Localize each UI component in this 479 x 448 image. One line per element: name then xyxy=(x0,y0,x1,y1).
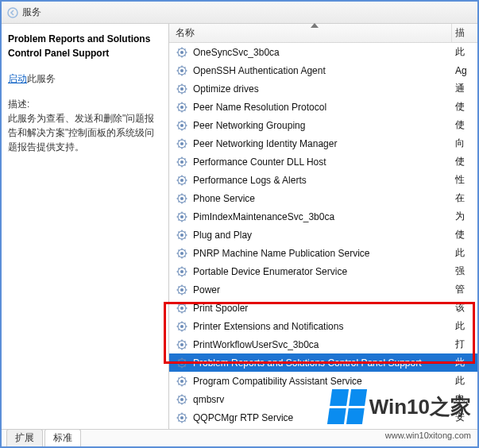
service-row[interactable]: Print Spooler该 xyxy=(169,299,477,317)
gear-icon xyxy=(176,338,188,351)
watermark-url: www.win10xitong.com xyxy=(385,431,471,440)
service-desc-snippet: 此 xyxy=(452,319,477,333)
gear-icon xyxy=(176,284,188,296)
column-header-name[interactable]: 名称 xyxy=(169,24,452,42)
service-desc-snippet: 此 xyxy=(452,374,477,388)
service-desc-snippet: 管 xyxy=(452,283,477,296)
service-row[interactable]: Portable Device Enumerator Service强 xyxy=(169,262,477,280)
service-row[interactable]: Peer Networking Identity Manager向 xyxy=(169,134,477,153)
start-service: 启动此服务 xyxy=(8,71,162,86)
watermark-text: Win10之家 xyxy=(369,393,471,421)
service-desc-snippet: 使 xyxy=(452,228,477,241)
service-name: OpenSSH Authentication Agent xyxy=(193,65,452,76)
service-name: Peer Networking Identity Manager xyxy=(193,138,452,149)
service-name: PNRP Machine Name Publication Service xyxy=(193,248,452,259)
service-list-pane: 名称 描 OneSyncSvc_3b0ca此OpenSSH Authentica… xyxy=(168,24,477,429)
service-row[interactable]: Performance Counter DLL Host使 xyxy=(169,153,477,171)
service-name: Printer Extensions and Notifications xyxy=(193,321,452,332)
service-name: Performance Logs & Alerts xyxy=(193,175,452,186)
service-name: PrintWorkflowUserSvc_3b0ca xyxy=(193,339,452,350)
service-row[interactable]: PNRP Machine Name Publication Service此 xyxy=(169,244,477,262)
sort-indicator-icon xyxy=(311,23,319,28)
svg-point-112 xyxy=(180,252,183,255)
start-suffix: 此服务 xyxy=(27,73,56,84)
service-name: Peer Networking Grouping xyxy=(193,120,452,131)
svg-point-122 xyxy=(180,270,183,273)
svg-point-52 xyxy=(180,142,183,145)
gear-icon xyxy=(176,247,188,260)
service-row[interactable]: PimIndexMaintenanceSvc_3b0ca为 xyxy=(169,207,477,226)
service-name: OneSyncSvc_3b0ca xyxy=(193,47,452,58)
content-area: Problem Reports and Solutions Control Pa… xyxy=(2,24,477,429)
service-desc-snippet: Ag xyxy=(452,65,477,76)
service-row[interactable]: OneSyncSvc_3b0ca此 xyxy=(169,43,477,61)
gear-icon xyxy=(176,265,188,278)
service-name: Plug and Play xyxy=(193,230,452,241)
gear-icon xyxy=(176,137,188,150)
svg-point-162 xyxy=(180,343,183,346)
service-row[interactable]: Peer Networking Grouping使 xyxy=(169,116,477,134)
svg-point-102 xyxy=(180,234,183,237)
service-row[interactable]: Plug and Play使 xyxy=(169,226,477,244)
selected-service-title: Problem Reports and Solutions Control Pa… xyxy=(8,32,162,60)
column-name-label: 名称 xyxy=(176,26,195,40)
gear-icon xyxy=(176,375,188,388)
svg-point-62 xyxy=(180,160,183,164)
tab-extended[interactable]: 扩展 xyxy=(6,429,43,446)
service-row[interactable]: Program Compatibility Assistant Service此 xyxy=(169,372,477,390)
service-row[interactable]: Quality Windows Audio xyxy=(169,427,477,429)
gear-icon xyxy=(176,302,188,315)
svg-point-0 xyxy=(8,8,17,17)
gear-icon xyxy=(176,156,188,168)
gear-icon xyxy=(176,411,188,424)
service-row[interactable]: Peer Name Resolution Protocol使 xyxy=(169,98,477,116)
svg-point-2 xyxy=(180,51,183,54)
description-text: 此服务为查看、发送和删除"问题报告和解决方案"控制面板的系统级问题报告提供支持。 xyxy=(8,111,162,154)
service-row[interactable]: Phone Service在 xyxy=(169,189,477,207)
service-name: Problem Reports and Solutions Control Pa… xyxy=(193,357,452,369)
service-name: PimIndexMaintenanceSvc_3b0ca xyxy=(193,211,452,222)
svg-point-42 xyxy=(180,124,183,127)
tab-standard[interactable]: 标准 xyxy=(44,429,81,446)
service-row[interactable]: Optimize drives通 xyxy=(169,79,477,98)
list-header: 名称 描 xyxy=(169,24,477,43)
service-desc-snippet: 为 xyxy=(452,210,477,223)
gear-icon xyxy=(176,64,188,77)
service-name: Phone Service xyxy=(193,193,452,204)
service-desc-snippet: 性 xyxy=(452,173,477,187)
service-row[interactable]: Performance Logs & Alerts性 xyxy=(169,171,477,189)
column-header-desc[interactable]: 描 xyxy=(452,26,477,40)
service-row[interactable]: Printer Extensions and Notifications此 xyxy=(169,317,477,335)
service-row[interactable]: PrintWorkflowUserSvc_3b0ca打 xyxy=(169,335,477,353)
service-name: Print Spooler xyxy=(193,303,452,314)
svg-point-92 xyxy=(180,215,183,218)
start-link[interactable]: 启动 xyxy=(8,73,27,84)
service-desc-snippet: 该 xyxy=(452,301,477,315)
service-name: Performance Counter DLL Host xyxy=(193,156,452,168)
windows-logo-icon xyxy=(327,389,367,424)
toolbar: 服务 xyxy=(2,2,477,24)
service-row[interactable]: OpenSSH Authentication AgentAg xyxy=(169,61,477,79)
service-list[interactable]: OneSyncSvc_3b0ca此OpenSSH Authentication … xyxy=(169,43,477,429)
service-desc-snippet: 使 xyxy=(452,100,477,114)
watermark: Win10之家 www.win10xitong.com xyxy=(330,389,471,424)
svg-point-132 xyxy=(180,288,183,292)
gear-icon xyxy=(176,393,188,406)
svg-point-32 xyxy=(180,106,183,109)
service-desc-snippet: 通 xyxy=(452,82,477,95)
service-name: Optimize drives xyxy=(193,83,452,95)
back-icon[interactable] xyxy=(6,6,19,19)
details-pane: Problem Reports and Solutions Control Pa… xyxy=(2,24,168,429)
service-row[interactable]: Problem Reports and Solutions Control Pa… xyxy=(169,353,477,372)
svg-point-82 xyxy=(180,197,183,200)
gear-icon xyxy=(176,174,188,187)
svg-point-72 xyxy=(180,179,183,182)
svg-point-142 xyxy=(180,307,183,310)
gear-icon xyxy=(176,229,188,241)
gear-icon xyxy=(176,119,188,132)
service-desc-snippet: 使 xyxy=(452,118,477,132)
gear-icon xyxy=(176,357,188,369)
service-desc-snippet: 强 xyxy=(452,265,477,278)
svg-point-182 xyxy=(180,380,183,383)
service-row[interactable]: Power管 xyxy=(169,280,477,299)
